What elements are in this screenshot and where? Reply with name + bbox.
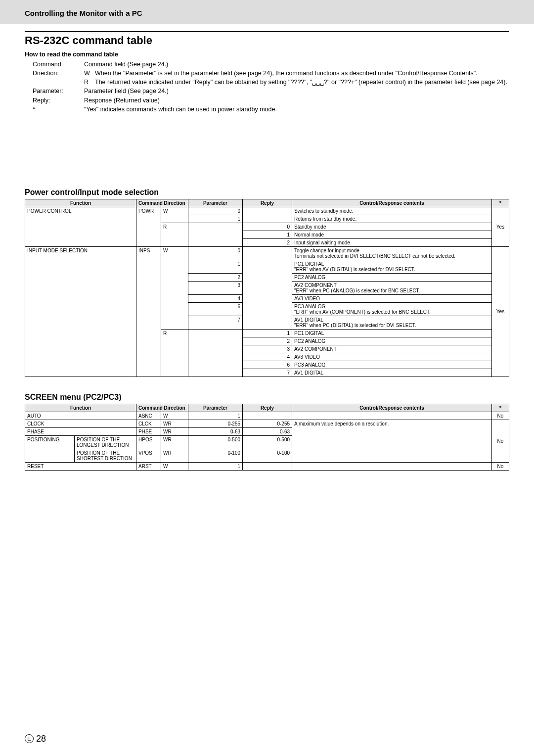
cell-parameter: 1: [188, 260, 243, 273]
howto-defs: Command: Command field (See page 24.) Di…: [25, 60, 509, 114]
cell-parameter: 7: [188, 316, 243, 329]
table-row: CLOCK CLCK WR 0-255 0-255 A maximum valu…: [25, 420, 509, 427]
th-reply: Reply: [243, 404, 292, 412]
cell-command: POWR: [136, 207, 161, 246]
cell-parameter: 0: [188, 246, 243, 260]
cell-parameter: 2: [188, 273, 243, 281]
cell-reply: [243, 412, 292, 420]
power-table: Function Command Direction Parameter Rep…: [25, 199, 509, 377]
cell-desc: Toggle change for input mode Terminals n…: [292, 246, 492, 260]
cell-parameter: 0-255: [188, 420, 243, 427]
cell-desc: AV2 COMPONENT: [292, 345, 492, 353]
cell-command: VPOS: [136, 449, 161, 462]
cell-reply: 2: [243, 238, 292, 246]
cell-parameter: [188, 223, 243, 246]
cell-direction: R: [161, 329, 188, 377]
cell-parameter: [188, 329, 243, 377]
cell-desc: Standby mode: [292, 223, 492, 231]
cell-desc: PC1 DIGITAL: [292, 329, 492, 337]
cell-command: HPOS: [136, 435, 161, 449]
howto-heading: How to read the command table: [25, 51, 509, 58]
def-value: Command field (See page 24.): [84, 60, 509, 69]
cell-reply: 3: [243, 345, 292, 353]
cell-function: POSITIONING: [25, 435, 75, 462]
cell-reply: 2: [243, 337, 292, 345]
def-row: Command: Command field (See page 24.): [25, 60, 509, 69]
th-function: Function: [25, 199, 136, 207]
def-sub-text: When the "Parameter" is set in the param…: [95, 69, 509, 78]
th-desc: Control/Response contents: [292, 404, 492, 412]
divider: [25, 31, 509, 32]
def-sub-text: The returned value indicated under "Repl…: [95, 78, 509, 87]
cell-desc: AV3 VIDEO: [292, 353, 492, 361]
cell-desc: Returns from standby mode.: [292, 215, 492, 223]
cell-desc: PC1 DIGITAL "ERR" when AV (DIGITAL) is s…: [292, 260, 492, 273]
cell-star: No: [492, 462, 509, 470]
th-star: *: [492, 404, 509, 412]
cell-function-sub: POSITION OF THE LONGEST DIRECTION: [75, 435, 136, 449]
cell-reply: 7: [243, 369, 292, 377]
header-band: Controlling the Monitor with a PC: [0, 0, 534, 24]
cell-parameter: 1: [188, 215, 243, 223]
table-header-row: Function Command Direction Parameter Rep…: [25, 404, 509, 412]
cell-direction: WR: [161, 427, 188, 435]
cell-desc: PC3 ANALOG: [292, 361, 492, 369]
content-area: RS-232C command table How to read the co…: [0, 31, 534, 471]
table-row: AUTO ASNC W 1 No: [25, 412, 509, 420]
cell-desc: PC2 ANALOG: [292, 337, 492, 345]
def-label: Command:: [25, 60, 84, 69]
cell-parameter: 4: [188, 294, 243, 302]
cell-direction: W: [161, 246, 188, 329]
cell-function: CLOCK: [25, 420, 136, 427]
cell-direction: WR: [161, 435, 188, 449]
cell-desc: PC2 ANALOG: [292, 273, 492, 281]
th-desc: Control/Response contents: [292, 199, 492, 207]
cell-function: PHASE: [25, 427, 136, 435]
cell-desc: [292, 462, 492, 470]
cell-reply: 0: [243, 223, 292, 231]
cell-parameter: 0: [188, 207, 243, 215]
th-command: Command: [136, 199, 161, 207]
cell-direction: W: [161, 462, 188, 470]
cell-desc: A maximum value depends on a resolution.: [292, 420, 492, 462]
def-row: Parameter: Parameter field (See page 24.…: [25, 87, 509, 95]
cell-parameter: 1: [188, 412, 243, 420]
cell-star: Yes: [492, 207, 509, 246]
cell-star: Yes: [492, 246, 509, 377]
def-label: Direction:: [25, 69, 84, 87]
cell-desc: [292, 412, 492, 420]
cell-desc: Normal mode: [292, 231, 492, 238]
cell-star: No: [492, 412, 509, 420]
th-parameter: Parameter: [188, 404, 243, 412]
th-function: Function: [25, 404, 136, 412]
def-row: Direction: W When the "Parameter" is set…: [25, 69, 509, 87]
def-sub-lead: W: [84, 69, 95, 78]
cell-reply: [243, 207, 292, 223]
cell-reply: 1: [243, 329, 292, 337]
cell-reply: 6: [243, 361, 292, 369]
def-sub: R The returned value indicated under "Re…: [84, 78, 509, 87]
cell-reply: 1: [243, 231, 292, 238]
screen-table: Function Command Direction Parameter Rep…: [25, 404, 509, 471]
def-value: Parameter field (See page 24.): [84, 87, 509, 95]
def-value: "Yes" indicates commands which can be us…: [84, 105, 509, 114]
cell-direction: WR: [161, 449, 188, 462]
cell-direction: W: [161, 207, 188, 223]
cell-reply: 4: [243, 353, 292, 361]
page-number: 28: [36, 734, 46, 744]
cell-parameter: 1: [188, 462, 243, 470]
cell-desc: AV3 VIDEO: [292, 294, 492, 302]
table-header-row: Function Command Direction Parameter Rep…: [25, 199, 509, 207]
th-star: *: [492, 199, 509, 207]
def-value: Response (Returned value): [84, 96, 509, 105]
cell-direction: W: [161, 412, 188, 420]
th-direction: Direction: [161, 404, 188, 412]
cell-reply: 0-500: [243, 435, 292, 449]
cell-reply: [243, 462, 292, 470]
cell-desc: Input signal waiting mode: [292, 238, 492, 246]
cell-parameter: 0-63: [188, 427, 243, 435]
cell-parameter: 0-500: [188, 435, 243, 449]
cell-desc: AV1 DIGITAL: [292, 369, 492, 377]
screen-section-heading: SCREEN menu (PC2/PC3): [25, 393, 509, 402]
cell-desc: Switches to standby mode.: [292, 207, 492, 215]
